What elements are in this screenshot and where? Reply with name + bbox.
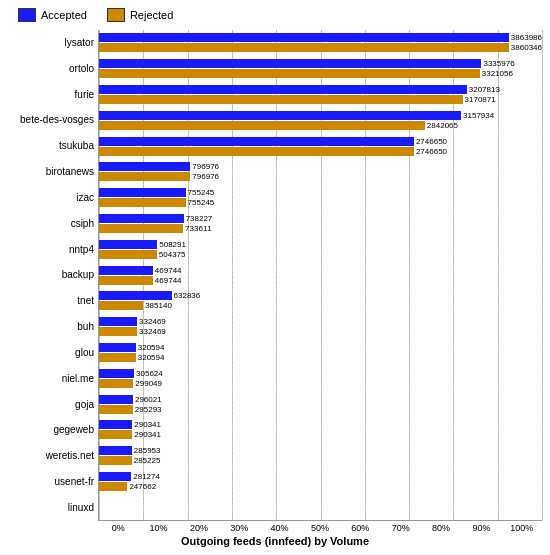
rejected-value: 3170871 [465,95,496,104]
y-label: izac [8,193,94,203]
y-label: csiph [8,219,94,229]
accepted-value: 290341 [134,420,161,429]
accepted-value: 3863986 [511,33,542,42]
rejected-bar [99,250,157,259]
x-axis-title: Outgoing feeds (innfeed) by Volume [8,535,542,547]
grid-line [542,30,543,520]
rejected-bar [99,69,480,78]
rejected-bar [99,353,136,362]
rejected-bar [99,198,186,207]
bar-rows: 3863986386034633359763321056320781331708… [99,30,542,520]
accepted-bar [99,188,186,197]
bar-row: 290341290341 [99,417,542,443]
accepted-bar [99,369,134,378]
rejected-value: 3321056 [482,69,513,78]
y-label: niel.me [8,374,94,384]
bar-row [99,494,542,520]
y-label: lysator [8,38,94,48]
bar-row: 632836385140 [99,288,542,314]
y-label: furie [8,90,94,100]
accepted-bar [99,472,131,481]
bars-section: lysatorortolofuriebete-des-vosgestsukuba… [8,30,542,521]
rejected-value: 755245 [188,198,215,207]
rejected-bar [99,276,153,285]
accepted-value: 281274 [133,472,160,481]
accepted-bar [99,317,137,326]
rejected-bar [99,95,463,104]
accepted-value: 632836 [174,291,201,300]
y-label: weretis.net [8,451,94,461]
x-label: 60% [340,523,380,533]
accepted-bar [99,85,467,94]
accepted-bar [99,137,414,146]
bar-row: 31579342842065 [99,107,542,133]
accepted-value: 332469 [139,317,166,326]
bar-row: 469744469744 [99,262,542,288]
accepted-bar [99,59,481,68]
rejected-value: 295293 [135,405,162,414]
y-label: linuxd [8,503,94,513]
rejected-bar [99,456,132,465]
bar-row: 508291504375 [99,236,542,262]
rejected-value: 796976 [192,172,219,181]
bar-row: 27466502746650 [99,133,542,159]
x-label: 0% [98,523,138,533]
rejected-value: 2746650 [416,147,447,156]
x-label: 40% [259,523,299,533]
x-label: 30% [219,523,259,533]
accepted-bar [99,291,172,300]
bar-row: 320594320594 [99,340,542,366]
y-label: glou [8,348,94,358]
rejected-value: 504375 [159,250,186,259]
x-label: 10% [138,523,178,533]
rejected-value: 320594 [138,353,165,362]
accepted-value: 3157934 [463,111,494,120]
accepted-value: 755245 [188,188,215,197]
y-label: nntp4 [8,245,94,255]
rejected-bar [99,301,143,310]
rejected-bar [99,172,190,181]
y-label: tnet [8,296,94,306]
y-label: tsukuba [8,141,94,151]
accepted-value: 2746650 [416,137,447,146]
rejected-value: 332469 [139,327,166,336]
y-label: ortolo [8,64,94,74]
legend-accepted: Accepted [18,8,87,22]
rejected-bar [99,327,137,336]
bar-row: 33359763321056 [99,56,542,82]
y-label: backup [8,270,94,280]
x-label: 20% [179,523,219,533]
rejected-value: 385140 [145,301,172,310]
y-label: bete-des-vosges [8,115,94,125]
accepted-bar [99,214,184,223]
x-axis-labels: 0%10%20%30%40%50%60%70%80%90%100% [98,521,542,533]
y-label: birotanews [8,167,94,177]
accepted-bar [99,395,133,404]
rejected-bar [99,121,425,130]
legend: Accepted Rejected [18,8,542,22]
rejected-value: 2842065 [427,121,458,130]
accepted-bar [99,420,132,429]
accepted-bar [99,240,157,249]
accepted-bar [99,162,190,171]
legend-rejected: Rejected [107,8,173,22]
accepted-bar [99,33,509,42]
accepted-value: 285953 [134,446,161,455]
accepted-swatch [18,8,36,22]
accepted-value: 796976 [192,162,219,171]
rejected-value: 469744 [155,276,182,285]
y-label: buh [8,322,94,332]
rejected-value: 733611 [185,224,212,233]
y-label: usenet-fr [8,477,94,487]
accepted-bar [99,343,136,352]
rejected-bar [99,430,132,439]
accepted-bar [99,111,461,120]
rejected-bar [99,43,509,52]
rejected-value: 3860346 [511,43,542,52]
bar-row: 38639863860346 [99,30,542,56]
x-label: 50% [300,523,340,533]
bar-row: 281274247662 [99,469,542,495]
rejected-swatch [107,8,125,22]
accepted-value: 3335976 [483,59,514,68]
x-label: 100% [502,523,542,533]
